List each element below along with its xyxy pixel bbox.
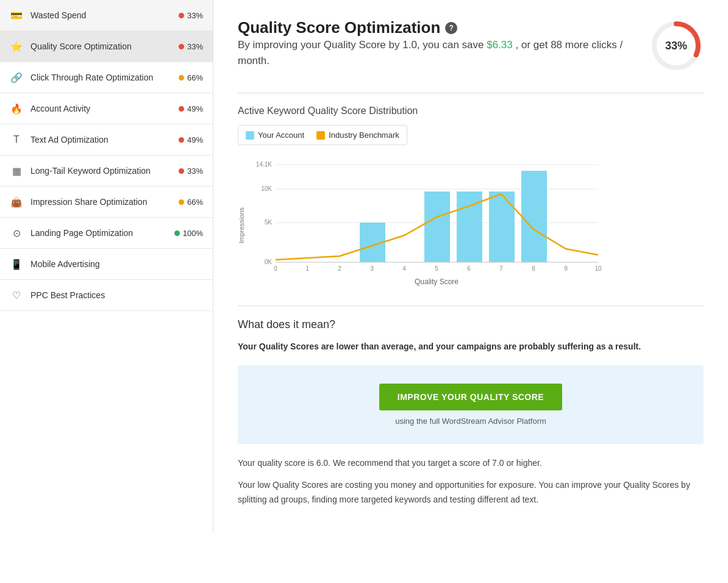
sidebar-dot-impression-share: [179, 199, 184, 205]
sidebar-label-mobile: Mobile Advertising: [30, 259, 203, 269]
svg-text:3: 3: [370, 265, 374, 272]
sidebar-icon-quality-score: ⭐: [10, 40, 23, 53]
sidebar-item-long-tail[interactable]: ▦ Long-Tail Keyword Optimization 33%: [0, 156, 213, 187]
svg-text:10K: 10K: [261, 185, 272, 192]
subtitle-money: $6.33: [487, 39, 513, 51]
legend-your-account: Your Account: [246, 131, 304, 140]
sidebar-label-impression-share: Impression Share Optimization: [30, 197, 179, 207]
sidebar-badge-impression-share: 66%: [179, 198, 203, 207]
sidebar-dot-landing-page: [174, 231, 180, 236]
sidebar-icon-ctr: 🔗: [10, 71, 23, 84]
sidebar-item-wasted-spend[interactable]: 💳 Wasted Spend 33%: [0, 0, 213, 31]
svg-text:0K: 0K: [265, 259, 273, 265]
svg-text:5K: 5K: [265, 219, 273, 226]
chart-section: Active Keyword Quality Score Distributio…: [238, 106, 704, 293]
svg-text:Quality Score: Quality Score: [415, 277, 459, 286]
svg-text:2: 2: [338, 265, 341, 272]
sidebar-badge-quality-score: 33%: [179, 42, 203, 51]
chart-title: Active Keyword Quality Score Distributio…: [238, 106, 704, 116]
sidebar-badge-ctr: 66%: [179, 73, 203, 82]
sidebar-icon-ppc: ♡: [10, 288, 23, 302]
page-title: Quality Score Optimization ?: [238, 18, 649, 37]
sidebar-dot-wasted-spend: [179, 13, 184, 18]
main-header: Quality Score Optimization ? By improvin…: [238, 18, 704, 80]
svg-text:4: 4: [402, 265, 406, 272]
sidebar-icon-text-ad: T: [10, 133, 23, 146]
sidebar-label-long-tail: Long-Tail Keyword Optimization: [30, 166, 179, 176]
subtitle-prefix: By improving your Quality Score by 1.0, …: [238, 39, 484, 51]
footer-text-2: Your low Quality Scores are costing you …: [238, 478, 704, 507]
legend-industry: Industry Benchmark: [316, 131, 399, 140]
bar-7: [489, 191, 515, 262]
donut-chart: 33%: [649, 18, 704, 73]
sidebar-dot-long-tail: [179, 168, 184, 174]
sidebar-label-text-ad: Text Ad Optimization: [30, 135, 179, 145]
sidebar-badge-long-tail: 33%: [179, 166, 203, 176]
svg-text:1: 1: [305, 265, 309, 272]
sidebar-label-account-activity: Account Activity: [30, 104, 179, 113]
sidebar-badge-wasted-spend: 33%: [179, 11, 203, 20]
sidebar-icon-impression-share: 👜: [10, 195, 23, 209]
sidebar-icon-landing-page: ⊙: [10, 226, 23, 240]
what-title: What does it mean?: [238, 318, 704, 331]
cta-box: IMPROVE YOUR QUALITY SCORE using the ful…: [238, 365, 704, 444]
sidebar-item-text-ad[interactable]: T Text Ad Optimization 49%: [0, 124, 213, 156]
svg-text:7: 7: [499, 265, 503, 272]
sidebar-icon-account-activity: 🔥: [10, 102, 23, 115]
what-description: Your Quality Scores are lower than avera…: [238, 340, 704, 353]
sidebar-badge-text-ad: 49%: [179, 135, 203, 145]
main-content: Quality Score Optimization ? By improvin…: [213, 0, 728, 533]
legend-orange-color: [316, 131, 325, 140]
sidebar-item-ctr[interactable]: 🔗 Click Through Rate Optimization 66%: [0, 62, 213, 93]
footer-text-1: Your quality score is 6.0. We recommend …: [238, 456, 704, 471]
chart-legend: Your Account Industry Benchmark: [238, 125, 407, 145]
sidebar-label-landing-page: Landing Page Optimization: [30, 228, 174, 238]
y-axis-label: Impressions: [238, 207, 245, 243]
cta-sub: using the full WordStream Advisor Platfo…: [250, 417, 691, 426]
bar-8: [521, 171, 547, 262]
cta-button[interactable]: IMPROVE YOUR QUALITY SCORE: [379, 384, 562, 410]
donut-label: 33%: [665, 40, 687, 52]
y-axis-label-container: Impressions: [238, 157, 250, 293]
sidebar-dot-text-ad: [179, 137, 184, 143]
sidebar-item-quality-score[interactable]: ⭐ Quality Score Optimization 33%: [0, 31, 213, 62]
sidebar-icon-wasted-spend: 💳: [10, 9, 23, 22]
svg-text:0: 0: [274, 265, 277, 272]
sidebar-item-ppc[interactable]: ♡ PPC Best Practices: [0, 280, 213, 311]
sidebar-dot-ctr: [179, 75, 184, 80]
divider-2: [238, 306, 704, 306]
subtitle: By improving your Quality Score by 1.0, …: [238, 37, 649, 68]
sidebar-dot-quality-score: [179, 44, 184, 49]
what-section: What does it mean? Your Quality Scores a…: [238, 318, 704, 507]
sidebar-icon-mobile: 📱: [10, 257, 23, 271]
svg-text:8: 8: [532, 265, 535, 272]
svg-text:10: 10: [594, 265, 602, 272]
svg-text:6: 6: [467, 265, 471, 272]
sidebar-badge-landing-page: 100%: [174, 229, 203, 238]
sidebar-item-impression-share[interactable]: 👜 Impression Share Optimization 66%: [0, 187, 213, 218]
legend-blue-color: [246, 131, 254, 140]
bar-chart-svg: 14.1K 10K 5K 0K: [254, 157, 607, 292]
info-icon[interactable]: ?: [445, 22, 457, 34]
svg-text:14.1K: 14.1K: [256, 161, 272, 168]
sidebar-badge-account-activity: 49%: [179, 104, 203, 113]
bar-5: [424, 191, 450, 262]
chart-svg-wrapper: 14.1K 10K 5K 0K: [254, 157, 607, 293]
divider-1: [238, 93, 704, 93]
chart-wrapper: Impressions 14.1K 10K 5K 0K: [238, 157, 616, 293]
sidebar-label-wasted-spend: Wasted Spend: [30, 10, 179, 20]
sidebar-label-ppc: PPC Best Practices: [30, 290, 203, 300]
legend-your-account-label: Your Account: [258, 131, 304, 140]
sidebar-label-ctr: Click Through Rate Optimization: [30, 73, 179, 82]
page-title-text: Quality Score Optimization: [238, 18, 440, 37]
header-text: Quality Score Optimization ? By improvin…: [238, 18, 649, 80]
sidebar-item-mobile[interactable]: 📱 Mobile Advertising: [0, 249, 213, 280]
sidebar-item-landing-page[interactable]: ⊙ Landing Page Optimization 100%: [0, 218, 213, 249]
sidebar-label-quality-score: Quality Score Optimization: [30, 41, 179, 51]
sidebar: 💳 Wasted Spend 33% ⭐ Quality Score Optim…: [0, 0, 213, 533]
legend-industry-label: Industry Benchmark: [329, 131, 399, 140]
sidebar-item-account-activity[interactable]: 🔥 Account Activity 49%: [0, 93, 213, 124]
svg-text:9: 9: [564, 265, 568, 272]
sidebar-icon-long-tail: ▦: [10, 164, 23, 177]
svg-text:5: 5: [435, 265, 438, 272]
